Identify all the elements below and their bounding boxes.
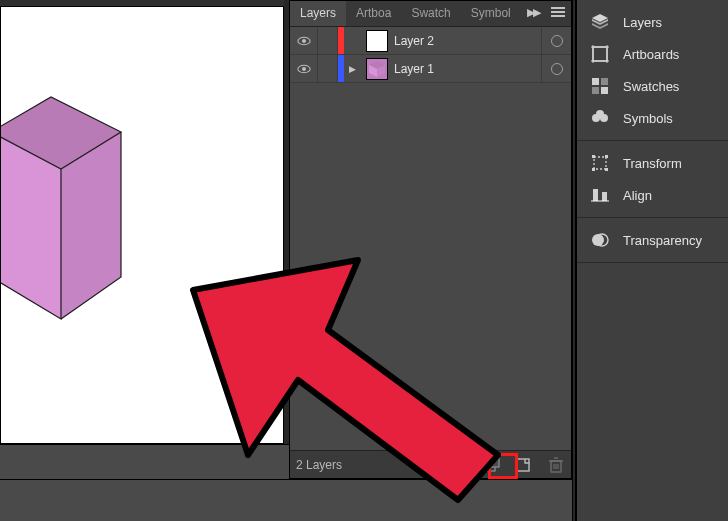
svg-line-14	[431, 468, 435, 472]
tab-label: Swatch	[411, 6, 450, 20]
panel-item-artboards[interactable]: Artboards	[577, 38, 728, 70]
panel-item-label: Symbols	[623, 111, 673, 126]
svg-point-9	[301, 66, 305, 70]
panel-item-layers[interactable]: Layers	[577, 6, 728, 38]
panel-item-transparency[interactable]: Transparency	[577, 224, 728, 256]
svg-rect-43	[592, 155, 595, 158]
expand-toggle[interactable]: ▶	[344, 64, 360, 74]
create-new-layer-icon[interactable]	[515, 456, 533, 474]
tab-artboards[interactable]: Artboa	[346, 1, 401, 26]
workspace-bottom-strip	[0, 479, 576, 521]
svg-rect-16	[457, 462, 463, 468]
svg-rect-48	[602, 192, 607, 201]
tab-symbols[interactable]: Symbol	[461, 1, 521, 26]
svg-rect-44	[605, 155, 608, 158]
layer-color-indicator	[338, 27, 344, 54]
panel-item-label: Layers	[623, 15, 662, 30]
visibility-toggle[interactable]	[290, 27, 318, 54]
transparency-icon	[589, 229, 611, 251]
panel-item-label: Artboards	[623, 47, 679, 62]
tab-label: Layers	[300, 6, 336, 20]
panel-group: LayersArtboardsSwatchesSymbols	[577, 0, 728, 141]
panel-tabs: Layers Artboa Swatch Symbol ▶▶	[290, 1, 571, 27]
panel-item-label: Align	[623, 188, 652, 203]
right-panel-dock: LayersArtboardsSwatchesSymbolsTransformA…	[576, 0, 728, 521]
layer-thumbnail	[366, 58, 388, 80]
tab-swatches[interactable]: Swatch	[401, 1, 460, 26]
panel-item-label: Transform	[623, 156, 682, 171]
svg-rect-38	[601, 87, 608, 94]
panel-item-transform[interactable]: Transform	[577, 147, 728, 179]
panel-collapse-icon[interactable]: ▶▶	[521, 1, 545, 26]
swatches-icon	[589, 75, 611, 97]
panel-menu-icon[interactable]	[545, 1, 571, 26]
svg-point-13	[422, 459, 432, 469]
tab-label: Symbol	[471, 6, 511, 20]
panel-item-swatches[interactable]: Swatches	[577, 70, 728, 102]
layer-thumbnail	[366, 30, 388, 52]
lock-toggle[interactable]	[318, 27, 338, 54]
tab-layers[interactable]: Layers	[290, 1, 346, 26]
layer-row[interactable]: Layer 2	[290, 27, 571, 55]
svg-point-7	[301, 38, 305, 42]
make-clipping-mask-icon[interactable]	[451, 456, 469, 474]
layer-count-label: 2 Layers	[296, 458, 405, 472]
layer-row[interactable]: ▶Layer 1	[290, 55, 571, 83]
target-indicator[interactable]	[541, 27, 571, 54]
new-sublayer-icon[interactable]	[483, 456, 501, 474]
panel-item-label: Transparency	[623, 233, 702, 248]
symbols-icon	[589, 107, 611, 129]
transform-icon	[589, 152, 611, 174]
align-icon	[589, 184, 611, 206]
locate-object-icon[interactable]	[419, 456, 437, 474]
layer-name-label[interactable]: Layer 1	[394, 62, 541, 76]
layers-panel: Layers Artboa Swatch Symbol ▶▶ Layer 2▶L…	[289, 0, 572, 479]
delete-layer-icon[interactable]	[547, 456, 565, 474]
svg-rect-42	[594, 157, 606, 169]
svg-rect-45	[592, 168, 595, 171]
panel-item-label: Swatches	[623, 79, 679, 94]
panel-item-symbols[interactable]: Symbols	[577, 102, 728, 134]
svg-rect-37	[592, 87, 599, 94]
svg-rect-20	[517, 459, 529, 471]
svg-point-41	[596, 110, 604, 118]
svg-rect-35	[592, 78, 599, 85]
lock-toggle[interactable]	[318, 55, 338, 82]
panel-item-align[interactable]: Align	[577, 179, 728, 211]
svg-rect-36	[601, 78, 608, 85]
target-indicator[interactable]	[541, 55, 571, 82]
layer-name-label[interactable]: Layer 2	[394, 34, 541, 48]
layers-icon	[589, 11, 611, 33]
svg-rect-47	[593, 189, 598, 201]
panel-group: TransformAlign	[577, 141, 728, 218]
canvas-area[interactable]	[0, 6, 284, 444]
artboards-icon	[589, 43, 611, 65]
panel-group: Transparency	[577, 218, 728, 263]
svg-rect-46	[605, 168, 608, 171]
visibility-toggle[interactable]	[290, 55, 318, 82]
layers-list: Layer 2▶Layer 1	[290, 27, 571, 450]
tab-label: Artboa	[356, 6, 391, 20]
layers-panel-footer: 2 Layers	[290, 450, 571, 478]
canvas-artwork	[1, 7, 285, 445]
svg-rect-30	[593, 47, 607, 61]
